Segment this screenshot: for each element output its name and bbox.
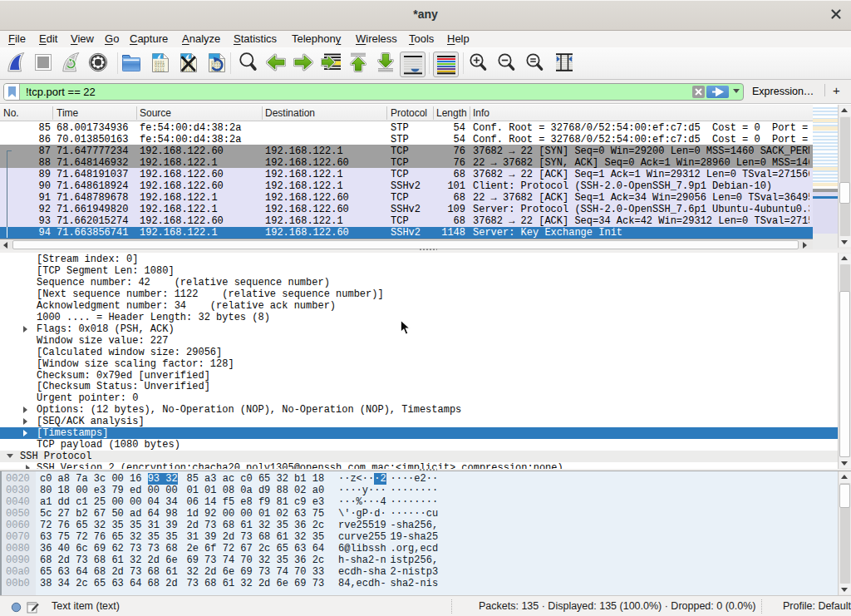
svg-text:0111: 0111: [155, 68, 165, 73]
